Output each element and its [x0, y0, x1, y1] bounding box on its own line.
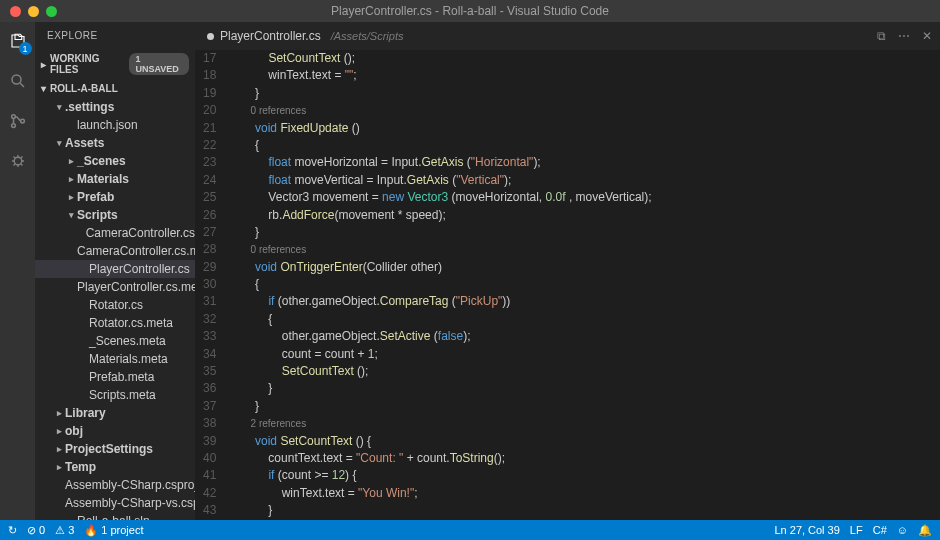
tree-label: PlayerController.cs.meta	[77, 280, 195, 294]
chevron-icon: ▸	[65, 192, 77, 202]
tree-label: Materials	[77, 172, 129, 186]
tree-label: Prefab.meta	[89, 370, 154, 384]
tree-label: CameraController.cs.meta	[77, 244, 195, 258]
folder-item[interactable]: ▸_Scenes	[35, 152, 195, 170]
editor: PlayerController.cs /Assets/Scripts ⧉ ⋯ …	[195, 22, 940, 520]
titlebar: PlayerController.cs - Roll-a-ball - Visu…	[0, 0, 940, 22]
file-item[interactable]: CameraController.cs	[35, 224, 195, 242]
tree-label: Scripts.meta	[89, 388, 156, 402]
file-item[interactable]: Prefab.meta	[35, 368, 195, 386]
chevron-icon: ▸	[53, 426, 65, 436]
file-item[interactable]: Rotator.cs.meta	[35, 314, 195, 332]
project-item[interactable]: 🔥 1 project	[84, 524, 143, 537]
file-item[interactable]: Roll-a-ball.sln	[35, 512, 195, 520]
feedback-icon[interactable]: ☺	[897, 524, 908, 536]
tab-active[interactable]: PlayerController.cs /Assets/Scripts	[195, 22, 415, 50]
folder-item[interactable]: ▾Assets	[35, 134, 195, 152]
project-name: ROLL-A-BALL	[50, 83, 118, 94]
tree-label: obj	[65, 424, 83, 438]
error-icon: ⊘	[27, 524, 36, 537]
status-bar: ↻ ⊘ 0 ⚠ 3 🔥 1 project Ln 27, Col 39 LF C…	[0, 520, 940, 540]
folder-item[interactable]: ▸Library	[35, 404, 195, 422]
chevron-icon: ▾	[53, 138, 65, 148]
tree-label: Prefab	[77, 190, 114, 204]
chevron-icon: ▸	[65, 156, 77, 166]
tree-label: Temp	[65, 460, 96, 474]
tree-label: CameraController.cs	[86, 226, 195, 240]
tree-label: Rotator.cs	[89, 298, 143, 312]
file-item[interactable]: Materials.meta	[35, 350, 195, 368]
svg-point-1	[11, 115, 15, 119]
code-lines[interactable]: SetCountText (); winText.text = ""; } 0 …	[228, 50, 940, 520]
sidebar: EXPLORE ▸ WORKING FILES 1 UNSAVED ▾ ROLL…	[35, 22, 195, 520]
sync-icon[interactable]: ↻	[8, 524, 17, 537]
flame-icon: 🔥	[84, 524, 98, 537]
file-item[interactable]: Assembly-CSharp-vs.csproj	[35, 494, 195, 512]
tree-label: PlayerController.cs	[89, 262, 190, 276]
folder-item[interactable]: ▸Prefab	[35, 188, 195, 206]
line-gutter: 1718192021222324252627282930313233343536…	[195, 50, 228, 520]
warnings-item[interactable]: ⚠ 3	[55, 524, 74, 537]
chevron-icon: ▸	[53, 408, 65, 418]
search-icon[interactable]	[7, 70, 29, 92]
file-item[interactable]: PlayerController.cs.meta	[35, 278, 195, 296]
tree-label: Assembly-CSharp-vs.csproj	[65, 496, 195, 510]
folder-item[interactable]: ▾Scripts	[35, 206, 195, 224]
tree-label: _Scenes.meta	[89, 334, 166, 348]
explorer-icon[interactable]: 1	[7, 30, 29, 52]
svg-point-2	[11, 124, 15, 128]
eol-indicator[interactable]: LF	[850, 524, 863, 536]
split-editor-icon[interactable]: ⧉	[877, 29, 886, 43]
chevron-icon: ▾	[53, 102, 65, 112]
svg-point-0	[12, 75, 21, 84]
errors-item[interactable]: ⊘ 0	[27, 524, 45, 537]
notification-icon[interactable]: 🔔	[918, 524, 932, 537]
chevron-icon: ▸	[53, 444, 65, 454]
code-area[interactable]: 1718192021222324252627282930313233343536…	[195, 50, 940, 520]
chevron-icon: ▸	[53, 462, 65, 472]
tree-label: Assembly-CSharp.csproj	[65, 478, 195, 492]
file-item[interactable]: launch.json	[35, 116, 195, 134]
sidebar-title: EXPLORE	[35, 22, 195, 49]
file-item[interactable]: Scripts.meta	[35, 386, 195, 404]
file-item[interactable]: PlayerController.cs	[35, 260, 195, 278]
svg-point-4	[14, 157, 22, 165]
tab-filename: PlayerController.cs	[220, 29, 321, 43]
tree-label: Assets	[65, 136, 104, 150]
activity-bar: 1	[0, 22, 35, 520]
working-files-label: WORKING FILES	[50, 53, 125, 75]
cursor-position[interactable]: Ln 27, Col 39	[774, 524, 839, 536]
close-tab-icon[interactable]: ✕	[922, 29, 932, 43]
folder-item[interactable]: ▸obj	[35, 422, 195, 440]
language-mode[interactable]: C#	[873, 524, 887, 536]
chevron-icon: ▾	[65, 210, 77, 220]
folder-item[interactable]: ▸Materials	[35, 170, 195, 188]
warning-icon: ⚠	[55, 524, 65, 537]
tree-label: Library	[65, 406, 106, 420]
source-control-icon[interactable]	[7, 110, 29, 132]
chevron-icon: ▸	[65, 174, 77, 184]
file-item[interactable]: CameraController.cs.meta	[35, 242, 195, 260]
dirty-indicator	[207, 33, 214, 40]
tree-label: Scripts	[77, 208, 118, 222]
explorer-badge: 1	[19, 42, 32, 55]
debug-icon[interactable]	[7, 150, 29, 172]
tree-label: Materials.meta	[89, 352, 168, 366]
working-files-header[interactable]: ▸ WORKING FILES 1 UNSAVED	[35, 49, 195, 79]
folder-item[interactable]: ▸Temp	[35, 458, 195, 476]
tree-label: ProjectSettings	[65, 442, 153, 456]
file-item[interactable]: Rotator.cs	[35, 296, 195, 314]
project-header[interactable]: ▾ ROLL-A-BALL	[35, 79, 195, 98]
tree-label: Roll-a-ball.sln	[77, 514, 150, 520]
folder-item[interactable]: ▾.settings	[35, 98, 195, 116]
tab-bar: PlayerController.cs /Assets/Scripts ⧉ ⋯ …	[195, 22, 940, 50]
more-icon[interactable]: ⋯	[898, 29, 910, 43]
unsaved-badge: 1 UNSAVED	[129, 53, 189, 75]
file-tree: ▾.settingslaunch.json▾Assets▸_Scenes▸Mat…	[35, 98, 195, 520]
tree-label: Rotator.cs.meta	[89, 316, 173, 330]
tree-label: .settings	[65, 100, 114, 114]
folder-item[interactable]: ▸ProjectSettings	[35, 440, 195, 458]
file-item[interactable]: _Scenes.meta	[35, 332, 195, 350]
window-title: PlayerController.cs - Roll-a-ball - Visu…	[0, 4, 940, 18]
file-item[interactable]: Assembly-CSharp.csproj	[35, 476, 195, 494]
